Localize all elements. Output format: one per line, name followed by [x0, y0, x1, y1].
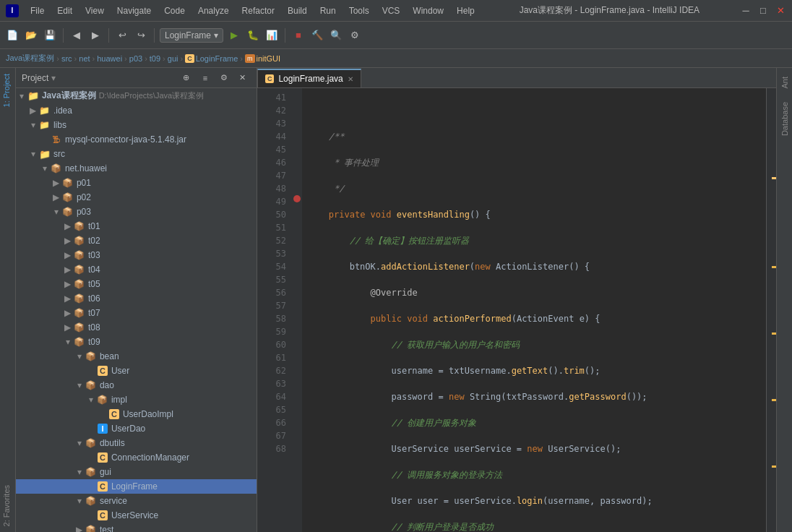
settings-button[interactable]: ⚙	[347, 27, 363, 43]
left-tab-project[interactable]: 1: Project	[0, 68, 15, 113]
sidebar-collapse-button[interactable]: ≡	[197, 70, 213, 86]
sidebar-dropdown-arrow[interactable]: ▾	[51, 73, 56, 83]
menu-refactor[interactable]: Refactor	[238, 6, 279, 16]
tree-loginframe-label: LoginFrame	[111, 481, 158, 492]
open-button[interactable]: 📂	[23, 27, 39, 43]
right-tab-ant[interactable]: Ant	[778, 71, 791, 95]
menu-edit[interactable]: Edit	[53, 6, 77, 16]
tree-t04[interactable]: ▶ 📦 t04	[16, 262, 257, 277]
line-numbers: 41 42 43 44 45 46 47 48 49 50 51 52 53 5…	[257, 88, 292, 532]
tab-loginframe[interactable]: C LoginFrame.java ✕	[257, 69, 361, 87]
right-tab-database[interactable]: Database	[778, 96, 791, 142]
tree-userservice[interactable]: C UserService	[16, 508, 257, 523]
undo-button[interactable]: ↩	[114, 27, 130, 43]
ln-67: 67	[257, 429, 286, 442]
tree-t03[interactable]: ▶ 📦 t03	[16, 248, 257, 262]
sidebar-locate-button[interactable]: ⊕	[178, 70, 194, 86]
bc-src[interactable]: src	[61, 54, 72, 63]
userservice-class-icon: C	[97, 510, 108, 521]
menu-vcs[interactable]: VCS	[378, 6, 405, 16]
tree-t06[interactable]: ▶ 📦 t06	[16, 291, 257, 306]
tree-t09[interactable]: ▾ 📦 t09	[16, 335, 257, 349]
breakpoint-49[interactable]	[293, 195, 301, 202]
tree-dao[interactable]: ▾ 📦 dao	[16, 378, 257, 392]
toolbar: 📄 📂 💾 ◀ ▶ ↩ ↪ LoginFrame ▾ ▶ 🐛 📊 ■ 🔨 🔍 ⚙	[0, 22, 792, 49]
search-button[interactable]: 🔍	[328, 27, 344, 43]
stop-button[interactable]: ■	[290, 27, 306, 43]
minimize-button[interactable]: ─	[740, 5, 752, 17]
tree-userdaoimpl[interactable]: C UserDaoImpl	[16, 407, 257, 421]
close-button[interactable]: ✕	[775, 5, 786, 17]
menu-window[interactable]: Window	[408, 6, 448, 16]
tree-p02-arrow: ▶	[51, 192, 62, 202]
tree-service[interactable]: ▾ 📦 service	[16, 494, 257, 508]
menu-view[interactable]: View	[81, 6, 108, 16]
bc-huawei[interactable]: huawei	[97, 54, 122, 63]
tree-test[interactable]: ▶ 📦 test	[16, 523, 257, 532]
back-button[interactable]: ◀	[69, 27, 85, 43]
redo-button[interactable]: ↪	[133, 27, 149, 43]
tree-gui[interactable]: ▾ 📦 gui	[16, 465, 257, 479]
menu-help[interactable]: Help	[452, 6, 479, 16]
tree-nethuawei[interactable]: ▾ 📦 net.huawei	[16, 161, 257, 176]
menu-navigate[interactable]: Navigate	[113, 6, 155, 16]
ln-61: 61	[257, 351, 286, 364]
tree-userdao[interactable]: I UserDao	[16, 421, 257, 436]
bc-net[interactable]: net	[79, 54, 90, 63]
sidebar-gear-button[interactable]: ⚙	[216, 70, 232, 86]
save-button[interactable]: 💾	[42, 27, 58, 43]
menu-build[interactable]: Build	[283, 6, 311, 16]
tree-mysql-jar[interactable]: 🗜 mysql-connector-java-5.1.48.jar	[16, 132, 257, 147]
t05-pkg-icon: 📦	[74, 278, 85, 290]
left-tab-favorites[interactable]: 2: Favorites	[0, 479, 15, 532]
code-area[interactable]: /** * 事件处理 */ private void eventsHandlin…	[302, 88, 766, 532]
menu-analyze[interactable]: Analyze	[194, 6, 233, 16]
maximize-button[interactable]: □	[757, 5, 769, 17]
bc-project[interactable]: Java课程案例	[6, 53, 54, 64]
ln-53: 53	[257, 247, 286, 260]
forward-button[interactable]: ▶	[87, 27, 103, 43]
marker-4	[772, 399, 776, 401]
tree-loginframe[interactable]: C LoginFrame	[16, 479, 257, 494]
new-file-button[interactable]: 📄	[4, 27, 20, 43]
tree-p01[interactable]: ▶ 📦 p01	[16, 176, 257, 190]
bc-initgui[interactable]: initGUI	[257, 54, 281, 63]
tree-t08[interactable]: ▶ 📦 t08	[16, 320, 257, 335]
tab-close-button[interactable]: ✕	[348, 75, 353, 83]
sidebar-close-button[interactable]: ✕	[235, 70, 251, 86]
tree-t07[interactable]: ▶ 📦 t07	[16, 306, 257, 320]
tree-dbutils[interactable]: ▾ 📦 dbutils	[16, 436, 257, 450]
build-button[interactable]: 🔨	[309, 27, 325, 43]
editor-area: C LoginFrame.java ✕ 41 42 43 44 45 46 47…	[257, 68, 776, 532]
tree-libs[interactable]: ▾ 📁 libs	[16, 118, 257, 132]
tree-libs-arrow: ▾	[27, 120, 39, 130]
tree-impl[interactable]: ▾ 📦 impl	[16, 392, 257, 407]
menu-tools[interactable]: Tools	[345, 6, 374, 16]
run-with-coverage-button[interactable]: 📊	[264, 27, 280, 43]
tree-connectionmanager[interactable]: C ConnectionManager	[16, 450, 257, 465]
menu-file[interactable]: File	[26, 6, 48, 16]
tree-t05[interactable]: ▶ 📦 t05	[16, 277, 257, 291]
bc-loginframe[interactable]: LoginFrame	[196, 54, 238, 63]
debug-button[interactable]: 🐛	[245, 27, 261, 43]
tree-bean[interactable]: ▾ 📦 bean	[16, 349, 257, 364]
tree-idea[interactable]: ▶ 📁 .idea	[16, 103, 257, 118]
tree-p03[interactable]: ▾ 📦 p03	[16, 205, 257, 219]
menu-code[interactable]: Code	[160, 6, 189, 16]
tree-src[interactable]: ▾ 📁 src	[16, 147, 257, 161]
ln-48: 48	[257, 182, 286, 195]
bc-p03[interactable]: p03	[129, 54, 142, 63]
run-config-dropdown[interactable]: LoginFrame ▾	[160, 28, 223, 43]
run-button[interactable]: ▶	[226, 27, 242, 43]
tree-p02[interactable]: ▶ 📦 p02	[16, 190, 257, 205]
tree-root[interactable]: ▾ 📁 Java课程案例 D:\IdeaProjects\Java课程案例	[16, 88, 257, 103]
bc-gui[interactable]: gui	[168, 54, 178, 63]
menu-run[interactable]: Run	[316, 6, 340, 16]
tree-t02[interactable]: ▶ 📦 t02	[16, 233, 257, 248]
tree-user-class[interactable]: C User	[16, 364, 257, 378]
bc-t09[interactable]: t09	[150, 54, 160, 63]
tree-t01[interactable]: ▶ 📦 t01	[16, 219, 257, 233]
right-panel: Ant Database	[776, 68, 792, 532]
code-line-53: // 创建用户服务对象	[308, 416, 760, 429]
tree-t05-label: t05	[88, 279, 100, 289]
